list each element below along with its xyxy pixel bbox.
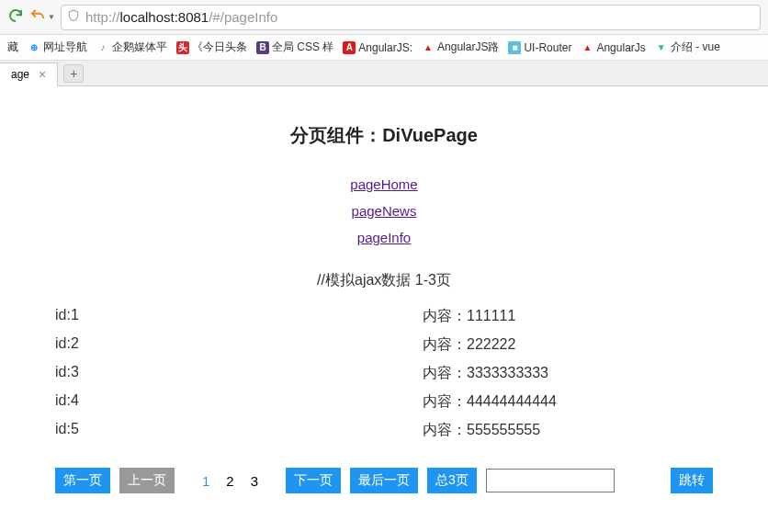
first-page-button[interactable]: 第一页 [55,468,110,493]
bookmark-item[interactable]: ♪企鹅媒体平 [96,40,167,55]
row-content: 内容：222222 [423,335,515,355]
row-id: id:2 [55,335,423,355]
next-page-button[interactable]: 下一页 [286,468,341,493]
link-pageinfo[interactable]: pageInfo [357,230,411,245]
globe-icon: ⊕ [28,41,40,54]
angular-icon: ▲ [422,41,435,54]
page-number-1[interactable]: 1 [202,473,209,489]
row-id: id:5 [55,421,423,440]
page-numbers: 1 2 3 [202,473,258,489]
close-icon[interactable]: × [39,67,46,82]
row-content: 内容：3333333333 [423,364,548,383]
link-pagenews[interactable]: pageNews [352,203,417,219]
row-content: 内容：555555555 [423,421,540,440]
tab-bar: age × + [0,61,768,86]
shield-icon [67,9,80,25]
data-row: id:2内容：222222 [55,335,713,355]
total-pages: 总3页 [427,468,477,493]
dropdown-icon[interactable]: ▼ [48,13,55,21]
bookmark-item[interactable]: ■UI-Router [508,41,571,54]
uirouter-icon: ■ [508,41,521,54]
nav-links: pageHome pageNews pageInfo [55,171,713,251]
row-content: 内容：44444444444 [423,392,557,412]
row-id: id:1 [55,307,423,326]
bookmark-item[interactable]: AAngularJS: [343,41,412,54]
undo-icon[interactable] [29,7,46,27]
data-row: id:4内容：44444444444 [55,392,713,412]
bookmark-item[interactable]: ⊕网址导航 [28,40,87,55]
page-number-3[interactable]: 3 [251,473,258,489]
subtitle: //模拟ajax数据 1-3页 [55,271,713,290]
vue-icon: ▼ [655,41,668,54]
prev-page-button[interactable]: 上一页 [119,468,175,493]
row-id: id:3 [55,364,423,383]
row-content: 内容：111111 [423,307,515,326]
last-page-button[interactable]: 最后一页 [350,468,418,493]
pagination: 第一页 上一页 1 2 3 下一页 最后一页 总3页 跳转 [55,468,713,493]
bookmark-item[interactable]: B全局 CSS 样 [256,40,333,55]
bookmark-item[interactable]: 头《今日头条 [176,40,247,55]
page-content: 分页组件：DiVuePage pageHome pageNews pageInf… [0,86,768,493]
bootstrap-icon: B [256,41,269,54]
address-bar[interactable]: http://localhost:8081/#/pageInfo [61,5,761,30]
row-id: id:4 [55,392,423,412]
reload-icon[interactable] [7,7,24,27]
bookmark-bar: 藏 ⊕网址导航 ♪企鹅媒体平 头《今日头条 B全局 CSS 样 AAngular… [0,35,768,61]
browser-toolbar: ▼ http://localhost:8081/#/pageInfo [0,0,768,35]
angular-icon: A [343,41,356,54]
bookmark-item[interactable]: 藏 [7,40,18,55]
page-input[interactable] [486,469,615,492]
page-title: 分页组件：DiVuePage [55,123,713,148]
bookmark-item[interactable]: ▲AngularJS路 [422,40,499,55]
toutiao-icon: 头 [176,41,189,54]
data-row: id:3内容：3333333333 [55,364,713,383]
new-tab-button[interactable]: + [63,64,84,83]
page-number-2[interactable]: 2 [226,473,233,489]
link-pagehome[interactable]: pageHome [350,176,417,192]
angular-icon: ▲ [581,41,593,54]
browser-tab[interactable]: age × [0,62,58,86]
penguin-icon: ♪ [96,41,109,54]
tab-label: age [11,68,29,81]
data-row: id:5内容：555555555 [55,421,713,440]
url-text: http://localhost:8081/#/pageInfo [85,9,277,25]
bookmark-item[interactable]: ▲AngularJs [581,41,645,54]
bookmark-item[interactable]: ▼介绍 - vue [655,40,720,55]
go-button[interactable]: 跳转 [671,468,713,493]
data-row: id:1内容：111111 [55,307,713,326]
